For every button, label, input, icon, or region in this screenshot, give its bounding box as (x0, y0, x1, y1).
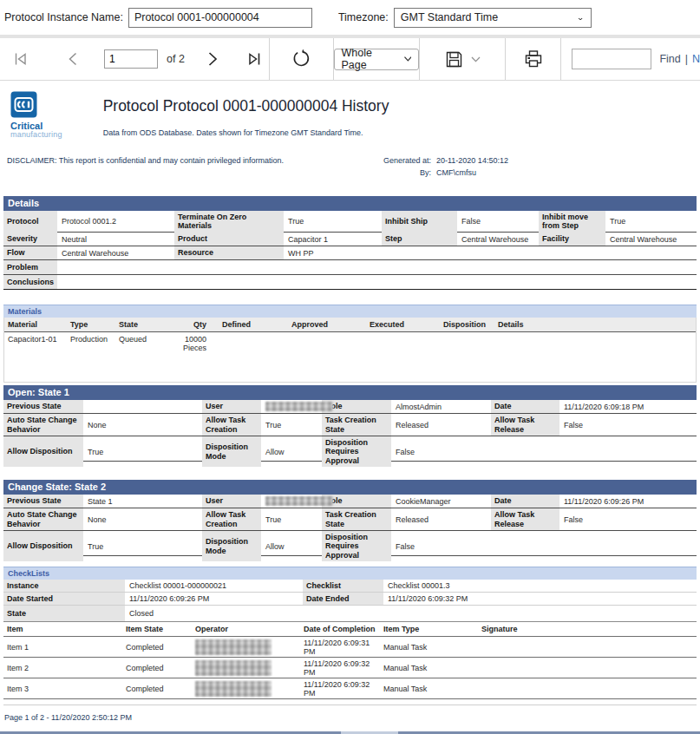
zoom-selected-value: Whole Page (342, 47, 398, 71)
completion-date-cell: 11/11/2020 6:09:31 PM (300, 639, 380, 656)
column-header: Material (4, 320, 67, 329)
find-input[interactable] (572, 49, 651, 69)
label-cell: Task Creation State (322, 414, 391, 436)
value-cell: State 1 (83, 495, 202, 508)
label-cell: User (202, 400, 261, 413)
value-cell: False (457, 211, 539, 233)
find-group: Find|N (560, 38, 700, 80)
state-row: Allow Disposition True Disposition Mode … (3, 531, 697, 556)
value-cell: Central Warehouse (457, 233, 539, 246)
open-state-header: Open: State 1 (3, 385, 697, 400)
redacted-operator-name (195, 660, 271, 676)
generated-by-value: CMF\cmfsu (436, 168, 533, 177)
qty-unit: Pieces (173, 344, 206, 352)
details-row: Severity Neutral Product Capacitor 1 Ste… (3, 233, 697, 246)
label-cell: Allow Task Release (491, 508, 559, 530)
first-page-icon (12, 50, 29, 68)
find-link[interactable]: Find (659, 53, 680, 65)
label-cell: Allow Disposition (3, 531, 83, 561)
state-row: Auto State Change Behavior None Allow Ta… (3, 508, 697, 531)
label-cell: Severity (3, 233, 57, 246)
column-header: Executed (366, 320, 440, 329)
value-cell: Capacitor 1 (284, 233, 382, 246)
materials-row: Capacitor1-01 Production Queued 10000 Pi… (4, 332, 696, 365)
print-button[interactable] (524, 49, 543, 69)
next-page-button[interactable] (206, 50, 219, 68)
next-link[interactable]: N (692, 53, 700, 65)
checklists-section: CheckLists Instance Checklist 00001-0000… (3, 567, 697, 699)
type-cell: Production (67, 335, 115, 344)
value-cell: True (605, 211, 697, 233)
column-header: Defined (219, 320, 288, 329)
zoom-select[interactable]: Whole Page (334, 49, 420, 70)
materials-empty-space (4, 365, 696, 382)
last-page-button[interactable] (245, 50, 263, 68)
qty-value: 10000 (173, 335, 206, 344)
page-count-label: of 2 (167, 53, 185, 65)
report-title: Protocol Protocol 0001-000000004 History (103, 97, 389, 115)
value-cell: False (391, 436, 697, 467)
label-cell: State (3, 606, 125, 621)
current-page-input[interactable] (104, 49, 158, 69)
refresh-button[interactable] (291, 49, 311, 69)
column-header: Operator (192, 625, 300, 633)
value-cell: True (261, 414, 322, 436)
state-row: Allow Disposition True Disposition Mode … (3, 436, 697, 462)
label-cell: Resource (174, 246, 284, 259)
chevron-down-icon (471, 56, 481, 62)
column-header: Item Type (380, 625, 478, 633)
redacted-user-name (265, 496, 333, 506)
value-cell (261, 400, 322, 413)
label-cell: Task Creation State (322, 508, 391, 530)
label-cell: Date Ended (303, 593, 383, 605)
value-cell: 11/11/2020 6:09:32 PM (383, 593, 697, 605)
item-state-cell: Completed (122, 643, 192, 652)
item-type-cell: Manual Task (380, 685, 478, 693)
column-header: Qty (169, 320, 210, 329)
label-cell: User (202, 495, 261, 508)
protocol-instance-name-input[interactable] (128, 8, 312, 28)
column-header: Approved (288, 320, 366, 329)
value-cell: Checklist 00001-000000021 (125, 580, 303, 592)
label-cell: Previous State (3, 495, 83, 508)
label-cell: Terminate On Zero Materials (174, 211, 284, 233)
checklist-empty-row (3, 699, 697, 705)
details-row: Problem (3, 260, 697, 275)
value-cell: False (391, 531, 697, 561)
label-cell: Disposition Mode (202, 436, 261, 467)
item-type-cell: Manual Task (380, 664, 478, 672)
generated-at-label: Generated at: (383, 156, 431, 165)
value-cell: Closed (125, 606, 697, 621)
checklist-item-row: Item 1 Completed 11/11/2020 6:09:31 PM M… (3, 637, 697, 658)
value-cell: None (83, 414, 202, 436)
column-header: Signature (478, 625, 697, 633)
item-type-cell: Manual Task (380, 643, 478, 652)
print-group (505, 38, 560, 80)
timezone-select[interactable]: GMT Standard Time ⌄ (394, 8, 592, 28)
material-cell: Capacitor1-01 (4, 335, 67, 344)
materials-table: Material Type State Qty Defined Approved… (3, 318, 697, 383)
checklist-items-column-headers: Item Item State Operator Date of Complet… (3, 621, 697, 637)
value-cell: Allow (261, 531, 322, 561)
checklist-info-row: State Closed (3, 606, 697, 621)
value-cell: Allow (261, 436, 322, 467)
label-cell: Auto State Change Behavior (3, 414, 83, 436)
find-links: Find|N (659, 53, 700, 65)
materials-column-headers: Material Type State Qty Defined Approved… (4, 318, 696, 332)
export-button[interactable] (445, 50, 481, 69)
disclaimer-text: DISCLAIMER: This report is confidential … (7, 156, 284, 177)
label-cell: Protocol (3, 211, 57, 233)
previous-page-button[interactable] (66, 50, 80, 68)
details-row: Protocol Protocol 0001.2 Terminate On Ze… (3, 211, 697, 233)
first-page-button[interactable] (12, 50, 29, 68)
label-cell: Date Started (3, 593, 125, 605)
value-cell: True (284, 211, 382, 233)
value-cell (261, 495, 322, 508)
label-cell: Date (491, 495, 559, 508)
label-cell: Facility (539, 233, 605, 246)
find-separator: | (685, 53, 688, 65)
column-header: State (115, 320, 169, 329)
label-cell: Allow Task Creation (202, 508, 261, 530)
generated-block: Generated at: 20-11-2020 14:50:12 By: CM… (383, 156, 533, 177)
checklist-item-row: Item 2 Completed 11/11/2020 6:09:32 PM M… (3, 658, 697, 678)
